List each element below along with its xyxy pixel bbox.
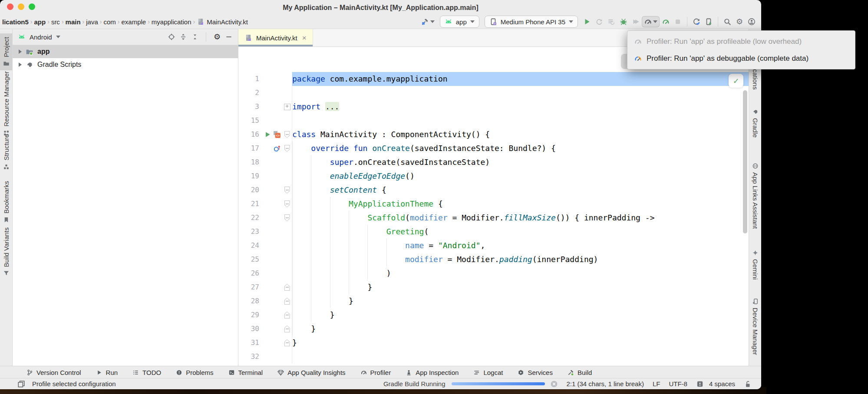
- tool-strip-device-manager[interactable]: Device Manager: [749, 295, 761, 358]
- fold-column[interactable]: [282, 183, 292, 197]
- zoom-button[interactable]: [29, 3, 35, 10]
- settings-button[interactable]: ⚙: [733, 16, 746, 27]
- code-text[interactable]: [292, 86, 749, 100]
- close-icon[interactable]: ×: [301, 34, 307, 42]
- fold-column[interactable]: [282, 225, 292, 239]
- code-text[interactable]: [292, 350, 749, 364]
- tool-strip-build-variants[interactable]: Build Variants: [0, 224, 12, 280]
- gradle-sync-button[interactable]: [690, 16, 703, 27]
- stop-button[interactable]: [672, 16, 684, 27]
- code-text[interactable]: modifier = Modifier.padding(innerPadding…: [292, 253, 749, 266]
- breadcrumb-item[interactable]: example: [120, 18, 147, 26]
- breadcrumb-item[interactable]: MainActivity.kt: [195, 18, 249, 26]
- search-everywhere-button[interactable]: [721, 16, 733, 27]
- fold-column[interactable]: [282, 114, 292, 128]
- fold-marker[interactable]: +: [284, 104, 290, 110]
- code-text[interactable]: name = "Android",: [292, 239, 749, 253]
- device-manager-button[interactable]: [703, 16, 715, 27]
- caret-position-widget[interactable]: 2:1 (34 chars, 1 line break): [567, 380, 644, 387]
- gear-icon[interactable]: ⚙: [213, 33, 221, 41]
- fold-column[interactable]: [282, 169, 292, 183]
- fold-column[interactable]: [282, 197, 292, 211]
- fold-marker[interactable]: [284, 339, 290, 346]
- code-text[interactable]: MyApplicationTheme {: [292, 197, 749, 211]
- fold-column[interactable]: [282, 266, 292, 280]
- fold-column[interactable]: [282, 211, 292, 225]
- expand-all-button[interactable]: [179, 33, 187, 41]
- fold-column[interactable]: [282, 72, 292, 86]
- tool-window-button-version-control[interactable]: Version Control: [19, 369, 89, 376]
- inspections-widget-icon[interactable]: [696, 380, 704, 388]
- code-text[interactable]: package com.example.myapplication: [292, 72, 749, 86]
- tool-strip-bookmarks[interactable]: Bookmarks: [0, 177, 12, 227]
- code-text[interactable]: }: [292, 280, 749, 294]
- chevron-right-icon[interactable]: [19, 49, 22, 54]
- tool-window-button-run[interactable]: Run: [89, 369, 125, 376]
- breadcrumb-item[interactable]: app: [33, 18, 47, 26]
- stacked-windows-icon[interactable]: [17, 380, 25, 388]
- fold-column[interactable]: +: [282, 100, 292, 114]
- fold-column[interactable]: [282, 155, 292, 169]
- fold-column[interactable]: [282, 322, 292, 336]
- account-button[interactable]: [746, 16, 758, 27]
- code-text[interactable]: class MainActivity : ComponentActivity()…: [292, 128, 749, 141]
- profiler-restart-button[interactable]: [660, 16, 672, 27]
- encoding-widget[interactable]: UTF-8: [669, 380, 687, 387]
- code-text[interactable]: }: [292, 294, 749, 308]
- code-text[interactable]: }: [292, 336, 749, 350]
- select-opened-file-button[interactable]: [168, 33, 175, 41]
- code-text[interactable]: override fun onCreate(savedInstanceState…: [292, 141, 749, 155]
- popup-item[interactable]: Profiler: Run 'app' as debuggable (compl…: [627, 50, 855, 67]
- fold-marker[interactable]: [284, 200, 290, 207]
- minimize-button[interactable]: [18, 3, 24, 10]
- line-separator-widget[interactable]: LF: [653, 380, 660, 387]
- breadcrumb-item[interactable]: lication5: [1, 18, 30, 26]
- code-text[interactable]: setContent {: [292, 183, 749, 197]
- tool-window-button-todo[interactable]: TODO: [125, 369, 168, 376]
- build-project-button[interactable]: [419, 16, 437, 27]
- close-button[interactable]: [7, 3, 13, 10]
- fold-column[interactable]: [282, 350, 292, 364]
- breadcrumb-item[interactable]: src: [50, 18, 61, 26]
- tool-window-button-app-inspection[interactable]: App Inspection: [398, 369, 466, 376]
- code-text[interactable]: Scaffold(modifier = Modifier.fillMaxSize…: [292, 211, 749, 225]
- debug-button[interactable]: [617, 16, 630, 27]
- breadcrumb-item[interactable]: com: [102, 18, 117, 26]
- code-text[interactable]: }: [292, 308, 749, 322]
- breadcrumb-item[interactable]: main: [64, 18, 82, 26]
- code-text[interactable]: ): [292, 266, 749, 280]
- tool-window-button-app-quality-insights[interactable]: App Quality Insights: [270, 369, 353, 376]
- unlock-icon[interactable]: [744, 380, 752, 388]
- tool-window-button-terminal[interactable]: Terminal: [221, 369, 271, 376]
- code-text[interactable]: super.onCreate(savedInstanceState): [292, 155, 749, 169]
- indent-widget[interactable]: 4 spaces: [709, 380, 735, 387]
- popup-item[interactable]: Profiler: Run 'app' as profileable (low …: [627, 33, 855, 50]
- fold-column[interactable]: [282, 141, 292, 155]
- fold-column[interactable]: [282, 294, 292, 308]
- editor-body[interactable]: 1package com.example.myapplication23+imp…: [238, 47, 749, 366]
- cancel-build-button[interactable]: [550, 380, 558, 388]
- project-view-select[interactable]: Android: [30, 33, 52, 41]
- code-text[interactable]: Greeting(: [292, 225, 749, 239]
- apply-code-changes-button[interactable]: [605, 16, 617, 27]
- collapse-all-button[interactable]: [191, 33, 199, 41]
- tool-strip-structure[interactable]: Structure: [0, 131, 12, 174]
- fold-marker[interactable]: [284, 145, 290, 152]
- run-button[interactable]: [581, 16, 593, 27]
- hide-panel-button[interactable]: [225, 33, 233, 41]
- editor-tab-mainactivity[interactable]: MainActivity.kt ×: [238, 29, 313, 46]
- fold-column[interactable]: [282, 128, 292, 141]
- fold-column[interactable]: [282, 336, 292, 350]
- fold-marker[interactable]: [284, 284, 290, 291]
- apply-changes-button[interactable]: [593, 16, 605, 27]
- fold-marker[interactable]: [284, 312, 290, 318]
- fold-column[interactable]: [282, 308, 292, 322]
- tree-item-gradle-scripts[interactable]: Gradle Scripts: [13, 58, 238, 71]
- tool-strip-resource-manager[interactable]: Resource Manager: [0, 68, 12, 140]
- profiler-dropdown-button[interactable]: [642, 16, 660, 27]
- code-text[interactable]: enableEdgeToEdge(): [292, 169, 749, 183]
- chevron-right-icon[interactable]: [19, 62, 22, 67]
- scrollbar-thumb[interactable]: [743, 90, 747, 233]
- fold-marker[interactable]: [284, 214, 290, 221]
- run-configuration-select[interactable]: app: [440, 16, 479, 28]
